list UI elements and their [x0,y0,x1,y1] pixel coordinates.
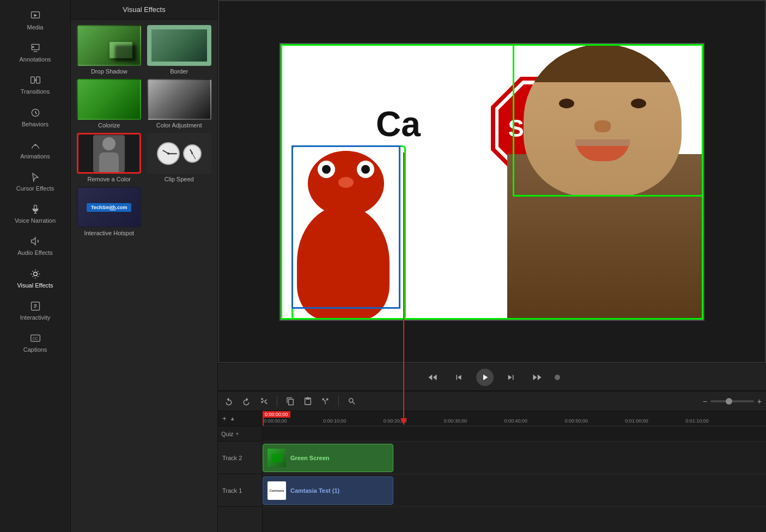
effect-thumb-clip-speed [147,133,211,174]
track-label-track2: Track 2 [218,442,262,474]
app-layout: Media Annotations Transitions Behaviors … [0,0,766,532]
track-label-track1: Track 1 [218,474,262,507]
sidebar-item-transitions[interactable]: Transitions [0,69,70,101]
timeline-ruler[interactable]: 0:00:00;00 0:00:00;00 0:00:10;00 0:00:20… [263,411,766,426]
transitions-icon [29,74,41,86]
sidebar-item-annotations[interactable]: Annotations [0,36,70,69]
clip-thumb-text: Camtasia [270,489,284,493]
zoom-slider: − + [703,397,762,406]
effect-label-remove-color: Remove a Color [88,176,131,182]
annotations-icon [29,42,41,54]
timeline-tracks-labels: + ▲ Quiz ▾ Track 2 Track 1 [218,411,263,532]
redo-button[interactable] [240,395,253,408]
clip-thumb-camtasia: Camtasia [268,481,286,500]
green-screen-clip-label: Green Screen [290,455,330,461]
effects-grid: Drop Shadow Border Colorize Color Adjust… [71,20,217,242]
undo-button[interactable] [222,395,235,408]
effect-thumb-color-adjustment [147,79,211,120]
playhead-line [263,418,264,426]
effect-label-colorize: Colorize [98,122,120,129]
elmo-figure [291,145,406,320]
cut-button[interactable] [257,395,270,408]
effect-item-border[interactable]: Border [147,25,212,75]
preview-video: Ca [279,43,704,321]
tl-separator-1 [277,396,277,407]
cursor-icon [29,171,41,183]
camtasia-test-clip[interactable]: Camtasia Camtasia Test (1) [263,476,393,505]
timeline: − + + ▲ Quiz ▾ [218,390,766,532]
zoom-slider-thumb [726,398,732,405]
svg-rect-4 [36,77,40,84]
svg-marker-1 [34,14,37,17]
track2-row: Green Screen [263,442,766,474]
svg-text:CC: CC [33,337,38,340]
effect-thumb-remove-color [77,133,141,174]
playhead-time: 0:00:00;00 [263,411,290,418]
tracks-area: Green Screen Camtasia Camtasia Test (1) [263,426,766,532]
sidebar-item-interactivity[interactable]: Interactivity [0,295,70,327]
tl-separator-2 [338,396,339,407]
effect-thumb-border [147,25,211,66]
rewind-button[interactable] [424,369,441,386]
track-label-quiz: Quiz ▾ [218,426,262,442]
effect-thumb-interactive-hotspot: TechSmith.com [77,187,141,228]
playhead-dot[interactable] [555,375,560,380]
sidebar-item-captions[interactable]: CC Captions [0,327,70,359]
effect-item-drop-shadow[interactable]: Drop Shadow [76,25,142,75]
timeline-toolbar: − + [218,392,766,411]
search-button[interactable] [345,395,358,408]
effect-label-clip-speed: Clip Speed [165,176,194,182]
track1-row: Camtasia Camtasia Test (1) [263,474,766,507]
zoom-plus-button[interactable]: + [757,397,762,406]
step-back-button[interactable] [450,369,467,386]
interactivity-icon [29,300,41,312]
forward-button[interactable] [528,369,546,386]
paste-button[interactable] [301,395,314,408]
effect-item-clip-speed[interactable]: Clip Speed [147,133,212,182]
timeline-content: + ▲ Quiz ▾ Track 2 Track 1 [218,411,766,532]
effect-thumb-colorize [77,79,141,120]
voice-icon [29,203,41,215]
sidebar-item-visual-effects[interactable]: Visual Effects [0,262,70,295]
effect-label-color-adjustment: Color Adjustment [156,122,202,129]
effects-panel-title: Visual Effects [71,0,217,20]
effects-panel: Visual Effects Drop Shadow Border [71,0,218,532]
split-button[interactable] [319,395,332,408]
svg-point-2 [32,46,34,48]
playhead-indicator: 0:00:00;00 [263,411,290,426]
clip-thumb-green-screen [268,449,286,467]
effect-item-colorize[interactable]: Colorize [76,79,142,129]
scene-text: Ca [376,104,421,144]
timeline-ruler-area: 0:00:00;00 0:00:00;00 0:00:10;00 0:00:20… [263,411,766,532]
sidebar-item-audio-effects[interactable]: Audio Effects [0,230,70,262]
copy-button[interactable] [284,395,297,408]
green-screen-clip[interactable]: Green Screen [263,444,393,472]
effect-label-interactive-hotspot: Interactive Hotspot [84,230,134,236]
add-track-button[interactable]: + [221,413,228,424]
animations-icon [29,139,41,151]
captions-icon: CC [29,332,41,344]
visual-icon [29,268,41,280]
effect-item-remove-color[interactable]: Remove a Color [76,133,142,182]
play-button[interactable] [476,369,494,386]
behaviors-icon [29,107,41,119]
quiz-dropdown-icon[interactable]: ▾ [236,431,239,437]
jack-black-figure [507,44,703,320]
effect-item-interactive-hotspot[interactable]: TechSmith.com Interactive Hotspot [76,187,142,236]
camtasia-test-clip-label: Camtasia Test (1) [290,487,339,494]
step-forward-button[interactable] [502,369,520,386]
track-header: + ▲ [218,411,262,426]
svg-rect-3 [31,77,34,84]
sidebar-item-behaviors[interactable]: Behaviors [0,101,70,133]
zoom-slider-track[interactable] [710,400,754,402]
ruler-marks-container: 0:00:00;00 0:00:10;00 0:00:20;00 0:00:30… [263,411,766,426]
sidebar-item-animations[interactable]: Animations [0,133,70,166]
zoom-minus-button[interactable]: − [703,397,707,406]
sidebar: Media Annotations Transitions Behaviors … [0,0,71,532]
effect-item-color-adjustment[interactable]: Color Adjustment [147,79,212,129]
playback-controls [218,363,766,390]
sidebar-item-media[interactable]: Media [0,4,70,36]
quiz-label-text: Quiz [221,431,234,437]
sidebar-item-voice-narration[interactable]: Voice Narration [0,198,70,230]
sidebar-item-cursor-effects[interactable]: Cursor Effects [0,166,70,198]
